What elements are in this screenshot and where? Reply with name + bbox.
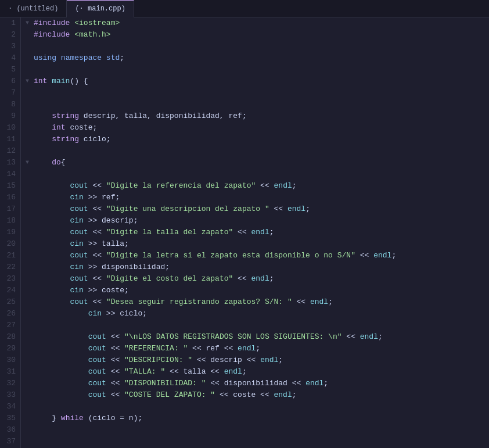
- fold-icon[interactable]: ▼: [26, 157, 33, 169]
- line-number: 29: [2, 343, 16, 354]
- code-token: [34, 331, 88, 343]
- editor-container: · (untitled) (· main.cpp) 12345678910111…: [0, 0, 489, 448]
- code-token: ;: [378, 331, 383, 343]
- line-number: 10: [2, 122, 16, 134]
- code-token: cout: [70, 273, 88, 285]
- code-token: endl: [224, 366, 242, 378]
- code-token: << coste <<: [215, 389, 274, 401]
- code-token: cout: [70, 227, 88, 238]
- code-token: ;: [269, 227, 274, 238]
- code-token: >> descrip;: [84, 215, 138, 227]
- code-token: endl: [360, 331, 378, 343]
- fold-icon[interactable]: ▼: [26, 76, 33, 87]
- code-token: #include: [34, 29, 70, 41]
- code-token: cin: [70, 215, 83, 227]
- code-token: std: [106, 52, 120, 64]
- code-token: [34, 227, 70, 238]
- code-token: [34, 413, 52, 424]
- code-token: descrip, talla, disponibilidad, ref;: [79, 110, 247, 122]
- code-token: "Digite el costo del zapato": [106, 273, 233, 285]
- code-token: <<: [106, 366, 124, 378]
- code-token: <<: [88, 203, 106, 215]
- code-token: cout: [70, 180, 88, 192]
- line-number: 16: [2, 192, 16, 203]
- code-token: [34, 192, 70, 203]
- code-line: } while (ciclo = n);: [26, 413, 489, 424]
- code-token: [34, 238, 70, 250]
- code-token: [34, 215, 70, 227]
- code-token: <<: [233, 227, 251, 238]
- code-token: [34, 261, 70, 273]
- code-token: [34, 122, 52, 134]
- code-token: [34, 389, 88, 401]
- code-line: cin >> ref;: [26, 192, 489, 203]
- code-token: cout: [88, 343, 106, 354]
- code-token: cout: [70, 203, 88, 215]
- code-area[interactable]: 1234567891011121314151617181920212223242…: [0, 17, 489, 448]
- code-token: string: [52, 134, 79, 145]
- code-token: <<: [88, 273, 106, 285]
- line-number: 25: [2, 296, 16, 308]
- code-token: [70, 29, 74, 41]
- code-line: ▼int main() {: [26, 76, 489, 87]
- code-token: ;: [269, 273, 274, 285]
- code-line: using namespace std;: [26, 52, 489, 64]
- code-token: >> talla;: [84, 238, 129, 250]
- code-line: cout << "Digite el costo del zapato" << …: [26, 273, 489, 285]
- code-token: main: [52, 76, 70, 87]
- tab-main-cpp[interactable]: (· main.cpp): [67, 0, 134, 17]
- code-token: << disponibilidad <<: [206, 378, 306, 389]
- code-token: endl: [251, 273, 269, 285]
- code-token: << ref <<: [188, 343, 238, 354]
- code-token: cout: [88, 354, 106, 366]
- code-token: [34, 366, 88, 378]
- code-token: "\nLOS DATOS REGISTRADOS SON LOS SIGUIEN…: [124, 331, 341, 343]
- line-number: 5: [2, 64, 16, 76]
- code-token: <<: [355, 250, 373, 261]
- code-token: }: [52, 413, 61, 424]
- fold-icon[interactable]: ▼: [26, 17, 33, 29]
- code-token: endl: [373, 250, 391, 261]
- code-token: "Digite la referencia del zapato": [106, 180, 256, 192]
- line-number: 36: [2, 424, 16, 436]
- code-token: [47, 76, 52, 87]
- code-token: cin: [70, 238, 83, 250]
- code-line: [26, 436, 489, 447]
- line-number: 24: [2, 285, 16, 296]
- code-token: <math.h>: [74, 29, 110, 41]
- code-token: ;: [256, 343, 260, 354]
- code-line: cin >> disponibilidad;: [26, 261, 489, 273]
- code-token: () {: [70, 76, 88, 87]
- code-line: [26, 145, 489, 157]
- code-token: cout: [88, 331, 106, 343]
- code-token: cout: [70, 296, 88, 308]
- code-line: cout << "Digite la talla del zapato" << …: [26, 227, 489, 238]
- tab-untitled[interactable]: · (untitled): [0, 0, 67, 17]
- tab-main-cpp-label: (· main.cpp): [75, 5, 125, 13]
- code-token: endl: [238, 343, 256, 354]
- code-line: cout << "Digite la letra si el zapato es…: [26, 250, 489, 261]
- code-token: [34, 134, 52, 145]
- line-number: 23: [2, 273, 16, 285]
- code-line: [26, 169, 489, 180]
- code-token: endl: [305, 378, 323, 389]
- code-token: >> ciclo;: [102, 308, 147, 320]
- tab-bar: · (untitled) (· main.cpp): [0, 0, 489, 17]
- line-number: 11: [2, 134, 16, 145]
- code-token: "Digite la talla del zapato": [106, 227, 233, 238]
- line-number: 4: [2, 52, 16, 64]
- code-line: [26, 401, 489, 413]
- code-line: [26, 320, 489, 331]
- code-line: cout << "Digite la referencia del zapato…: [26, 180, 489, 192]
- line-number: 17: [2, 203, 16, 215]
- code-line: cin >> coste;: [26, 285, 489, 296]
- code-token: <iostream>: [74, 17, 120, 29]
- code-token: <<: [88, 296, 106, 308]
- code-line: int coste;: [26, 122, 489, 134]
- code-token: cin: [70, 285, 83, 296]
- line-number: 2: [2, 29, 16, 41]
- code-content[interactable]: ▼#include <iostream>#include <math.h>usi…: [21, 17, 489, 448]
- code-token: <<: [106, 343, 124, 354]
- code-token: [102, 52, 106, 64]
- code-line: [26, 87, 489, 99]
